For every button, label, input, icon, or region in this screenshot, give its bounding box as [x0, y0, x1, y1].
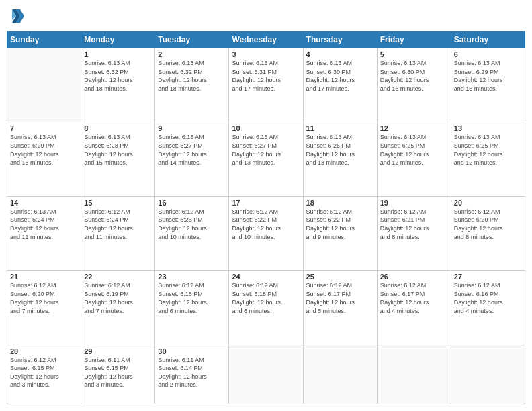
- day-number: 24: [232, 273, 300, 281]
- day-info: Sunrise: 6:12 AM Sunset: 6:21 PM Dayligh…: [380, 208, 448, 241]
- logo-icon: [7, 7, 26, 26]
- calendar-week-row: 28Sunrise: 6:12 AM Sunset: 6:15 PM Dayli…: [7, 345, 525, 404]
- day-info: Sunrise: 6:13 AM Sunset: 6:29 PM Dayligh…: [10, 133, 78, 167]
- day-info: Sunrise: 6:13 AM Sunset: 6:25 PM Dayligh…: [454, 133, 522, 167]
- day-number: 14: [10, 199, 78, 207]
- day-number: 1: [84, 50, 152, 58]
- day-number: 20: [454, 199, 522, 207]
- header-friday: Friday: [377, 32, 451, 48]
- calendar-cell: 21Sunrise: 6:12 AM Sunset: 6:20 PM Dayli…: [7, 271, 81, 345]
- day-info: Sunrise: 6:11 AM Sunset: 6:14 PM Dayligh…: [158, 356, 226, 390]
- day-number: 11: [306, 124, 374, 132]
- day-number: 15: [84, 199, 152, 207]
- calendar-cell: 18Sunrise: 6:12 AM Sunset: 6:22 PM Dayli…: [303, 196, 377, 270]
- day-number: 27: [454, 273, 522, 281]
- day-number: 26: [380, 273, 448, 281]
- calendar-cell: 11Sunrise: 6:13 AM Sunset: 6:26 PM Dayli…: [303, 122, 377, 196]
- day-number: 23: [158, 273, 226, 281]
- calendar-cell: 30Sunrise: 6:11 AM Sunset: 6:14 PM Dayli…: [155, 345, 229, 404]
- calendar-cell: 20Sunrise: 6:12 AM Sunset: 6:20 PM Dayli…: [451, 196, 525, 270]
- day-info: Sunrise: 6:13 AM Sunset: 6:25 PM Dayligh…: [380, 133, 448, 167]
- calendar-cell: 29Sunrise: 6:11 AM Sunset: 6:15 PM Dayli…: [81, 345, 155, 404]
- calendar-cell: 25Sunrise: 6:12 AM Sunset: 6:17 PM Dayli…: [303, 271, 377, 345]
- calendar-cell: 24Sunrise: 6:12 AM Sunset: 6:18 PM Dayli…: [229, 271, 303, 345]
- day-info: Sunrise: 6:13 AM Sunset: 6:31 PM Dayligh…: [232, 59, 300, 93]
- day-info: Sunrise: 6:13 AM Sunset: 6:27 PM Dayligh…: [158, 133, 226, 167]
- day-number: 7: [10, 124, 78, 132]
- day-number: 30: [158, 347, 226, 355]
- day-number: 5: [380, 50, 448, 58]
- day-number: 3: [232, 50, 300, 58]
- day-info: Sunrise: 6:12 AM Sunset: 6:18 PM Dayligh…: [232, 281, 300, 315]
- day-info: Sunrise: 6:13 AM Sunset: 6:28 PM Dayligh…: [84, 133, 152, 167]
- day-number: 28: [10, 347, 78, 355]
- calendar-cell: [377, 345, 451, 404]
- day-info: Sunrise: 6:12 AM Sunset: 6:22 PM Dayligh…: [306, 208, 374, 241]
- header-thursday: Thursday: [303, 32, 377, 48]
- day-info: Sunrise: 6:12 AM Sunset: 6:16 PM Dayligh…: [454, 281, 522, 315]
- day-info: Sunrise: 6:12 AM Sunset: 6:19 PM Dayligh…: [84, 281, 152, 315]
- day-number: 21: [10, 273, 78, 281]
- day-info: Sunrise: 6:13 AM Sunset: 6:29 PM Dayligh…: [454, 59, 522, 93]
- calendar-cell: 14Sunrise: 6:13 AM Sunset: 6:24 PM Dayli…: [7, 196, 81, 270]
- calendar-week-row: 7Sunrise: 6:13 AM Sunset: 6:29 PM Daylig…: [7, 122, 525, 196]
- header-sunday: Sunday: [7, 32, 81, 48]
- day-number: 10: [232, 124, 300, 132]
- calendar-cell: 15Sunrise: 6:12 AM Sunset: 6:24 PM Dayli…: [81, 196, 155, 270]
- calendar-cell: 7Sunrise: 6:13 AM Sunset: 6:29 PM Daylig…: [7, 122, 81, 196]
- day-number: 9: [158, 124, 226, 132]
- day-info: Sunrise: 6:12 AM Sunset: 6:17 PM Dayligh…: [306, 281, 374, 315]
- calendar-week-row: 21Sunrise: 6:12 AM Sunset: 6:20 PM Dayli…: [7, 271, 525, 345]
- header-tuesday: Tuesday: [155, 32, 229, 48]
- day-info: Sunrise: 6:12 AM Sunset: 6:18 PM Dayligh…: [158, 281, 226, 315]
- calendar-cell: [229, 345, 303, 404]
- day-number: 12: [380, 124, 448, 132]
- calendar-header-row: SundayMondayTuesdayWednesdayThursdayFrid…: [7, 32, 525, 48]
- logo: [7, 7, 28, 26]
- calendar-cell: 1Sunrise: 6:13 AM Sunset: 6:32 PM Daylig…: [81, 48, 155, 122]
- day-number: 16: [158, 199, 226, 207]
- calendar-week-row: 14Sunrise: 6:13 AM Sunset: 6:24 PM Dayli…: [7, 196, 525, 270]
- header-wednesday: Wednesday: [229, 32, 303, 48]
- calendar-cell: [303, 345, 377, 404]
- day-info: Sunrise: 6:12 AM Sunset: 6:24 PM Dayligh…: [84, 208, 152, 241]
- day-number: 25: [306, 273, 374, 281]
- calendar-cell: 5Sunrise: 6:13 AM Sunset: 6:30 PM Daylig…: [377, 48, 451, 122]
- day-number: 29: [84, 347, 152, 355]
- day-info: Sunrise: 6:12 AM Sunset: 6:20 PM Dayligh…: [454, 208, 522, 241]
- calendar-cell: 13Sunrise: 6:13 AM Sunset: 6:25 PM Dayli…: [451, 122, 525, 196]
- day-number: 2: [158, 50, 226, 58]
- calendar-cell: 17Sunrise: 6:12 AM Sunset: 6:22 PM Dayli…: [229, 196, 303, 270]
- calendar-cell: 9Sunrise: 6:13 AM Sunset: 6:27 PM Daylig…: [155, 122, 229, 196]
- day-info: Sunrise: 6:13 AM Sunset: 6:24 PM Dayligh…: [10, 208, 78, 241]
- day-info: Sunrise: 6:12 AM Sunset: 6:23 PM Dayligh…: [158, 208, 226, 241]
- calendar-cell: 6Sunrise: 6:13 AM Sunset: 6:29 PM Daylig…: [451, 48, 525, 122]
- day-number: 17: [232, 199, 300, 207]
- calendar-cell: [7, 48, 81, 122]
- day-info: Sunrise: 6:12 AM Sunset: 6:17 PM Dayligh…: [380, 281, 448, 315]
- calendar-week-row: 1Sunrise: 6:13 AM Sunset: 6:32 PM Daylig…: [7, 48, 525, 122]
- day-info: Sunrise: 6:13 AM Sunset: 6:27 PM Dayligh…: [232, 133, 300, 167]
- calendar-cell: 16Sunrise: 6:12 AM Sunset: 6:23 PM Dayli…: [155, 196, 229, 270]
- day-number: 22: [84, 273, 152, 281]
- day-number: 8: [84, 124, 152, 132]
- calendar-cell: 28Sunrise: 6:12 AM Sunset: 6:15 PM Dayli…: [7, 345, 81, 404]
- calendar-cell: 10Sunrise: 6:13 AM Sunset: 6:27 PM Dayli…: [229, 122, 303, 196]
- calendar-cell: 8Sunrise: 6:13 AM Sunset: 6:28 PM Daylig…: [81, 122, 155, 196]
- day-info: Sunrise: 6:13 AM Sunset: 6:30 PM Dayligh…: [380, 59, 448, 93]
- calendar-cell: 19Sunrise: 6:12 AM Sunset: 6:21 PM Dayli…: [377, 196, 451, 270]
- calendar-cell: [451, 345, 525, 404]
- calendar-cell: 12Sunrise: 6:13 AM Sunset: 6:25 PM Dayli…: [377, 122, 451, 196]
- day-number: 6: [454, 50, 522, 58]
- header-saturday: Saturday: [451, 32, 525, 48]
- header-monday: Monday: [81, 32, 155, 48]
- calendar-cell: 27Sunrise: 6:12 AM Sunset: 6:16 PM Dayli…: [451, 271, 525, 345]
- day-info: Sunrise: 6:13 AM Sunset: 6:26 PM Dayligh…: [306, 133, 374, 167]
- day-number: 18: [306, 199, 374, 207]
- day-info: Sunrise: 6:13 AM Sunset: 6:32 PM Dayligh…: [84, 59, 152, 93]
- day-info: Sunrise: 6:13 AM Sunset: 6:32 PM Dayligh…: [158, 59, 226, 93]
- calendar-cell: 2Sunrise: 6:13 AM Sunset: 6:32 PM Daylig…: [155, 48, 229, 122]
- day-info: Sunrise: 6:12 AM Sunset: 6:20 PM Dayligh…: [10, 281, 78, 315]
- day-number: 13: [454, 124, 522, 132]
- calendar-cell: 23Sunrise: 6:12 AM Sunset: 6:18 PM Dayli…: [155, 271, 229, 345]
